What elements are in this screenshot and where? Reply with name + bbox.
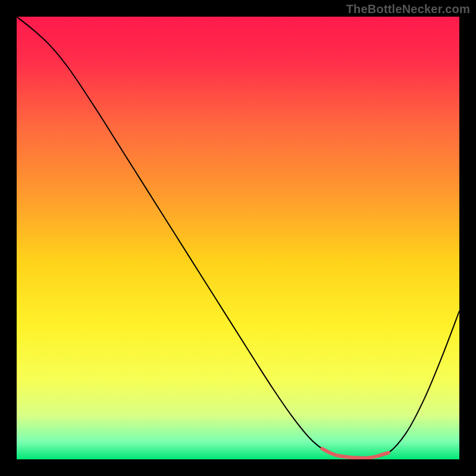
chart-background	[17, 17, 459, 459]
plot-area	[17, 17, 459, 459]
chart-svg	[17, 17, 459, 459]
watermark-text: TheBottleNecker.com	[346, 2, 470, 16]
chart-container: TheBottleNecker.com	[0, 0, 476, 476]
